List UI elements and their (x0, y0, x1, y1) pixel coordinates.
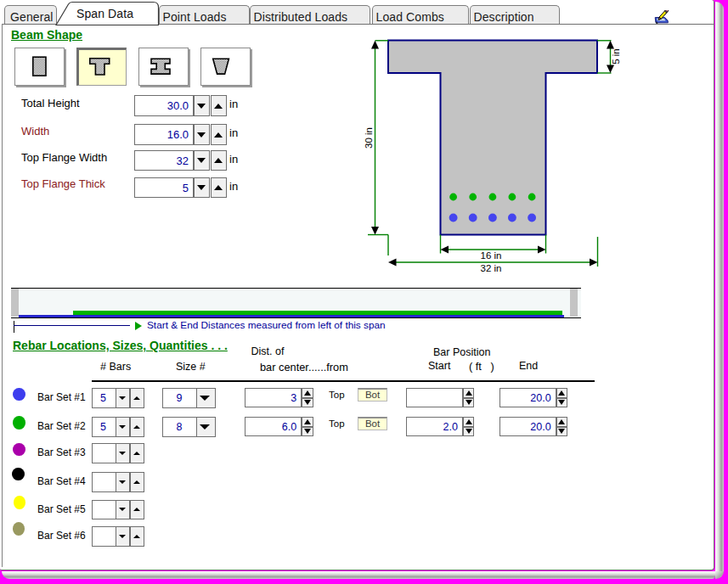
svg-text:30 in: 30 in (364, 127, 374, 149)
svg-text:5 in: 5 in (611, 48, 621, 65)
svg-text:32 in: 32 in (481, 263, 502, 273)
svg-text:16 in: 16 in (481, 250, 502, 261)
